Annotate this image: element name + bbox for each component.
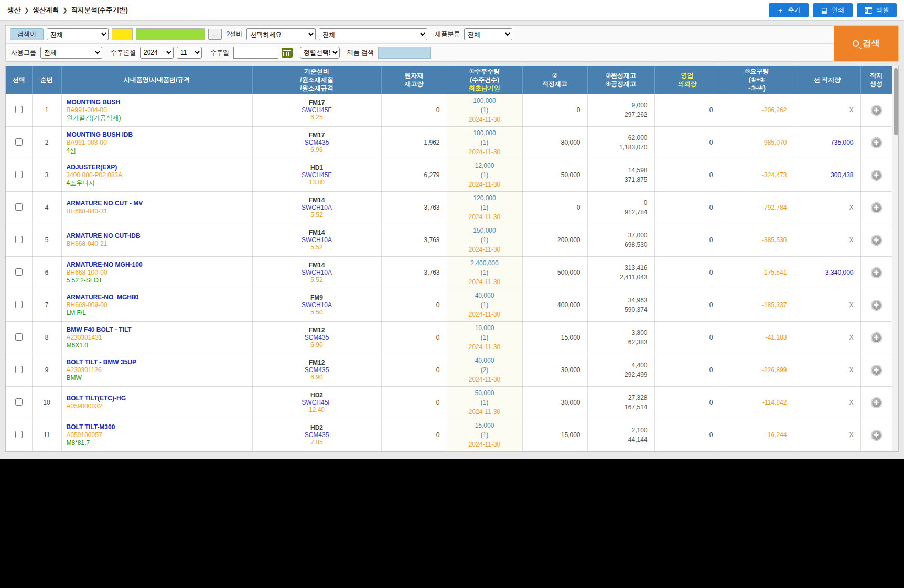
order-date-input[interactable] [233,47,278,59]
item-name[interactable]: BOLT TILT-M300 [67,423,249,431]
col-header-required-qty[interactable]: ⑤요구량(①+②-③-④) [720,66,794,94]
col-header-proper-stock[interactable]: ②적정재고 [522,66,587,94]
breadcrumb-item-plan[interactable]: 생산계획 [33,6,59,15]
generate-work-order-button[interactable] [871,202,882,213]
item-name[interactable]: MOUNTING BUSH IDB [67,131,249,139]
item-name[interactable]: ADJUSTER(EXP) [67,164,249,171]
item-name[interactable]: BOLT TILT - BMW 35UP [67,358,249,366]
add-button[interactable]: ＋ 추가 [769,3,809,17]
stock-cell: 14,598 371,875 [587,159,654,191]
row-checkbox[interactable] [15,333,23,341]
col-header-item[interactable]: 사내품명/사내품번/규격 [61,66,252,94]
product-search-input[interactable] [378,47,431,59]
generate-work-order-button[interactable] [871,300,882,311]
col-header-stock[interactable]: ③완성재고④공정재고 [587,66,654,94]
row-checkbox[interactable] [15,203,23,211]
order-qty[interactable]: 40,000 [450,356,519,365]
order-qty[interactable]: 2,400,000 [450,258,519,268]
generate-work-order-button[interactable] [871,105,882,116]
row-checkbox[interactable] [15,398,23,406]
col-header-order-qty[interactable]: ①수주수량(수주건수)최초납기일 [447,66,522,94]
item-name[interactable]: ARMATURE NO CUT-IDB [67,232,249,240]
results-table: 선택 순번 사내품명/사내품번/규격 기준설비/원소재재질/원소재규격 원자재재… [6,66,892,451]
order-qty[interactable]: 100,000 [450,96,519,105]
item-cell: ARMATURE NO CUT - MV BH668-040-31 [61,191,252,224]
generate-work-order-button[interactable] [871,332,882,343]
row-checkbox[interactable] [15,268,23,276]
order-qty[interactable]: 40,000 [450,291,519,300]
item-name[interactable]: ARMATURE-NO MGH-100 [67,261,249,269]
line-select[interactable]: 전체 [319,28,427,40]
col-header-sales-request[interactable]: 영업의뢰량 [654,66,720,94]
chevron-right-icon: ❯ [24,7,29,14]
row-checkbox[interactable] [15,138,23,146]
print-button[interactable]: ▤ 인쇄 [813,3,853,17]
breadcrumb-item-production[interactable]: 생산 [7,6,20,15]
order-qty[interactable]: 15,000 [450,421,519,430]
item-cell: BOLT TILT(ETC)-HG A059000032 [61,386,252,419]
row-checkbox[interactable] [15,171,23,178]
col-header-pre-work-qty[interactable]: 선 작지량 [794,66,860,94]
raw-stock-cell: 3,763 [381,256,447,289]
col-header-equipment[interactable]: 기준설비/원소재재질/원소재규격 [252,66,381,94]
order-ym-label: 수주년월 [110,48,137,57]
seq-cell: 11 [32,419,61,451]
product-class-label: 제품분류 [434,30,461,39]
row-checkbox[interactable] [15,431,23,438]
keyword-type-select[interactable]: 전체 [47,28,109,40]
item-name[interactable]: BOLT TILT(ETC)-HG [67,395,249,402]
generate-work-order-button[interactable] [871,267,882,278]
process-stock: 371,875 [591,175,648,184]
order-qty[interactable]: 150,000 [450,226,519,235]
order-year-select[interactable]: 2024 [140,47,174,59]
col-header-seq[interactable]: 순번 [32,66,61,94]
seq-cell: 7 [32,289,61,321]
scrollbar-thumb[interactable] [894,68,898,135]
keyword-input-2[interactable] [136,28,205,40]
product-class-select[interactable]: 전체 [464,28,512,40]
order-qty[interactable]: 50,000 [450,388,519,398]
search-button[interactable]: 검색 [834,26,898,61]
generate-work-order-button[interactable] [871,170,882,181]
sort-select[interactable]: 정렬선택! [300,47,340,59]
due-date: 2024-11-30 [450,115,519,124]
calendar-icon[interactable] [282,48,293,58]
item-name[interactable]: ARMATURE-NO_MGH80 [67,293,249,301]
equipment-cell: FM14 SWCH10A 5.52 [252,256,381,289]
order-qty[interactable]: 180,000 [450,128,519,138]
row-checkbox[interactable] [15,366,23,373]
item-name[interactable]: MOUNTING BUSH [67,99,249,106]
equipment-select[interactable]: 선택하세요 [246,28,316,40]
order-cell: 2,400,000 (1) 2024-11-30 [447,256,522,289]
sales-request-cell: 0 [654,354,720,386]
col-header-raw-stock[interactable]: 원자재재고량 [381,66,447,94]
generate-work-order-button[interactable] [871,397,882,408]
order-month-select[interactable]: 11 [177,47,202,59]
order-qty[interactable]: 12,000 [450,161,519,170]
row-checkbox[interactable] [15,236,23,243]
usergroup-select[interactable]: 전체 [40,47,102,59]
process-stock: 297,262 [591,110,648,119]
lookup-ellipsis-button[interactable]: ... [208,29,222,40]
generate-work-order-button[interactable] [871,235,882,246]
row-checkbox[interactable] [15,301,23,308]
generate-work-order-button[interactable] [871,430,882,441]
item-name[interactable]: BMW F40 BOLT - TILT [67,326,249,334]
pre-work-qty-cell: 735,000 [794,126,860,159]
vertical-scrollbar[interactable] [892,66,898,451]
order-qty[interactable]: 10,000 [450,323,519,333]
required-qty-cell: -792,784 [720,191,794,224]
finished-stock: 62,000 [591,133,648,143]
search-button-label: 검색 [863,38,880,49]
order-qty[interactable]: 120,000 [450,193,519,203]
excel-button[interactable]: X▦ 엑셀 [857,3,897,17]
raw-stock-cell: 1,962 [381,126,447,159]
item-name[interactable]: ARMATURE NO CUT - MV [67,200,249,208]
row-checkbox[interactable] [15,106,23,113]
breadcrumb-item-current: 작지분석(수주기반) [71,6,127,15]
generate-work-order-button[interactable] [871,137,882,148]
sales-request-cell: 0 [654,256,720,289]
keyword-input-1[interactable] [112,28,133,40]
generate-work-order-button[interactable] [871,365,882,376]
keyword-label: 검색어 [10,28,44,40]
